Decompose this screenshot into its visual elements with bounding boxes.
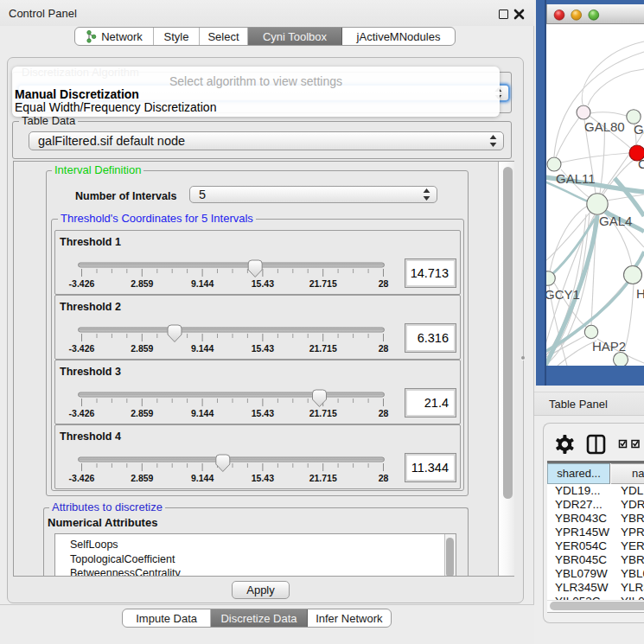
svg-text:HAP2: HAP2 [592,339,626,354]
svg-text:2.859: 2.859 [131,343,153,354]
svg-text:9.144: 9.144 [191,343,214,354]
svg-text:H: H [636,286,644,301]
svg-text:21.715: 21.715 [309,473,337,483]
svg-text:-3.426: -3.426 [69,408,95,418]
svg-text:2.859: 2.859 [131,278,153,289]
svg-text:-3.426: -3.426 [69,343,95,354]
svg-text:21.715: 21.715 [309,408,337,418]
svg-text:-3.426: -3.426 [69,473,95,483]
svg-text:GAL4: GAL4 [599,214,632,228]
svg-text:28: 28 [379,473,389,483]
svg-text:28: 28 [379,343,389,354]
svg-text:C: C [638,156,644,171]
svg-text:-3.426: -3.426 [69,278,95,289]
svg-text:GCY1: GCY1 [546,287,580,302]
svg-text:2.859: 2.859 [131,473,153,483]
svg-text:9.144: 9.144 [191,473,214,483]
svg-text:21.715: 21.715 [309,278,337,289]
svg-text:15.43: 15.43 [252,343,274,354]
svg-text:GAL80: GAL80 [584,119,625,134]
svg-text:15.43: 15.43 [252,408,274,418]
svg-text:9.144: 9.144 [191,278,214,289]
svg-text:28: 28 [379,278,389,289]
svg-text:15.43: 15.43 [252,473,274,483]
svg-text:GAL11: GAL11 [556,171,596,186]
svg-text:28: 28 [379,408,389,418]
svg-text:21.715: 21.715 [309,343,337,354]
svg-text:GA: GA [634,122,644,137]
svg-text:2.859: 2.859 [131,408,153,418]
svg-text:9.144: 9.144 [191,408,214,418]
svg-text:15.43: 15.43 [252,278,274,289]
